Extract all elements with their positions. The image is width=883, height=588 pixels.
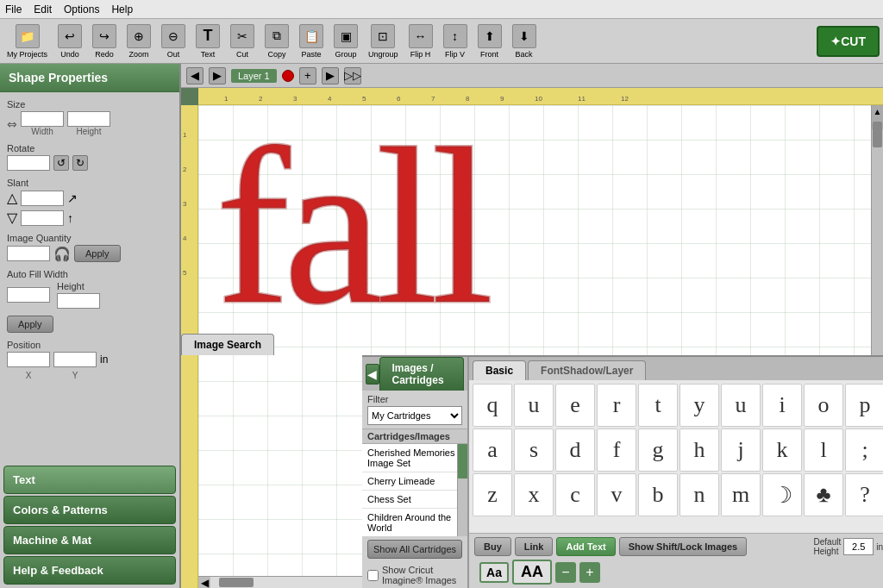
menu-edit[interactable]: Edit xyxy=(34,3,52,16)
char-semicolon[interactable]: ; xyxy=(845,428,883,472)
ungroup-btn[interactable]: ⊡ Ungroup xyxy=(365,22,402,60)
char-question[interactable]: ? xyxy=(845,473,883,516)
minus-btn[interactable]: − xyxy=(555,562,576,583)
default-height-input[interactable] xyxy=(843,538,874,555)
my-projects-btn[interactable]: 📁 My Projects xyxy=(3,22,51,60)
flip-v-btn[interactable]: ↕ Flip V xyxy=(440,22,471,60)
char-i[interactable]: i xyxy=(762,384,802,427)
rotate-cw-btn[interactable]: ↻ xyxy=(72,155,88,171)
zoom-out-btn[interactable]: ⊖ Out xyxy=(158,22,189,60)
char-u2[interactable]: u xyxy=(721,384,761,427)
char-f[interactable]: f xyxy=(597,428,636,472)
char-special-2[interactable]: ♣ xyxy=(804,473,843,516)
char-n[interactable]: n xyxy=(679,473,719,516)
cartridges-scrollbar[interactable] xyxy=(457,444,467,536)
show-cricut-checkbox[interactable] xyxy=(367,570,379,581)
nav-text-btn[interactable]: Text xyxy=(3,466,176,494)
zoom-btn[interactable]: ⊕ Zoom xyxy=(123,22,154,60)
menu-options[interactable]: Options xyxy=(64,3,99,16)
char-v[interactable]: v xyxy=(597,473,636,516)
nav-help-btn[interactable]: Help & Feedback xyxy=(3,556,176,585)
scroll-thumb-v[interactable] xyxy=(873,122,882,147)
scroll-left-arrow[interactable]: ◀ xyxy=(198,577,210,588)
scroll-thumb-h[interactable] xyxy=(219,578,254,587)
char-m[interactable]: m xyxy=(721,473,761,516)
char-y[interactable]: y xyxy=(679,384,719,427)
undo-btn[interactable]: ↩ Undo xyxy=(54,22,85,60)
rotate-ccw-btn[interactable]: ↺ xyxy=(53,155,69,171)
menu-file[interactable]: File xyxy=(5,3,22,16)
menu-help[interactable]: Help xyxy=(111,3,133,16)
list-item[interactable]: Chess Set xyxy=(362,491,467,509)
images-cartridges-tab[interactable]: Images / Cartridges xyxy=(379,357,465,391)
char-j[interactable]: j xyxy=(721,428,761,472)
image-search-tab[interactable]: Image Search xyxy=(181,334,274,355)
char-q[interactable]: q xyxy=(473,384,512,427)
layer-add-btn[interactable]: + xyxy=(299,67,316,84)
slant-input-1[interactable]: 0 xyxy=(21,191,64,206)
char-b[interactable]: b xyxy=(638,473,678,516)
cut-tool-btn[interactable]: ✂ Cut xyxy=(227,22,258,60)
basic-tab[interactable]: Basic xyxy=(473,360,526,380)
width-input[interactable] xyxy=(21,111,64,127)
group-btn[interactable]: ▣ Group xyxy=(330,22,361,60)
apply-btn-1[interactable]: Apply xyxy=(74,245,121,262)
scroll-up-arrow[interactable]: ▲ xyxy=(872,105,883,117)
buy-btn[interactable]: Buy xyxy=(474,537,511,556)
char-t[interactable]: t xyxy=(638,384,678,427)
paste-btn[interactable]: 📋 Paste xyxy=(296,22,327,60)
font-shadow-tab[interactable]: FontShadow/Layer xyxy=(528,360,646,380)
panel-nav-btn[interactable]: ◀ xyxy=(366,364,379,385)
layer-play-btn[interactable]: ▶ xyxy=(322,67,339,84)
list-item[interactable]: Cherry Limeade xyxy=(362,472,467,491)
char-z[interactable]: z xyxy=(473,473,512,516)
char-h[interactable]: h xyxy=(679,428,719,472)
copy-btn[interactable]: ⧉ Copy xyxy=(261,22,292,60)
slant-input-2[interactable]: 0 xyxy=(21,210,64,226)
layer-nav-right[interactable]: ▶ xyxy=(209,67,226,84)
char-special-1[interactable]: ☽ xyxy=(762,473,802,516)
char-d[interactable]: d xyxy=(555,428,595,472)
char-s[interactable]: s xyxy=(514,428,554,472)
layer-forward-btn[interactable]: ▷▷ xyxy=(344,67,361,84)
char-p[interactable]: p xyxy=(845,384,883,427)
char-l[interactable]: l xyxy=(804,428,843,472)
auto-fill-input[interactable]: 8.5 xyxy=(7,287,50,303)
char-c[interactable]: c xyxy=(555,473,595,516)
cartridges-scroll-thumb[interactable] xyxy=(458,444,467,479)
redo-btn[interactable]: ↪ Redo xyxy=(89,22,120,60)
char-a[interactable]: a xyxy=(473,428,512,472)
char-o[interactable]: o xyxy=(804,384,843,427)
cut-button[interactable]: ✦CUT xyxy=(817,26,880,57)
height-input[interactable] xyxy=(67,111,110,127)
apply-btn-2[interactable]: Apply xyxy=(7,316,53,333)
char-e[interactable]: e xyxy=(555,384,595,427)
add-text-btn[interactable]: Add Text xyxy=(556,537,615,556)
show-shift-btn[interactable]: Show Shift/Lock Images xyxy=(619,537,748,556)
image-quantity-input[interactable]: 1 xyxy=(7,246,50,261)
flip-h-btn[interactable]: ↔ Flip H xyxy=(405,22,436,60)
show-all-cartridges-btn[interactable]: Show All Cartridges xyxy=(367,540,462,559)
back-btn[interactable]: ⬇ Back xyxy=(509,22,540,60)
filter-select[interactable]: My Cartridges xyxy=(367,406,462,425)
char-x[interactable]: x xyxy=(514,473,554,516)
char-g[interactable]: g xyxy=(638,428,678,472)
layer-nav-left[interactable]: ◀ xyxy=(186,67,204,84)
auto-height-input[interactable]: 12 xyxy=(57,293,100,309)
list-item[interactable]: Cherished Memories Image Set xyxy=(362,444,467,472)
char-r[interactable]: r xyxy=(597,384,636,427)
front-btn[interactable]: ⬆ Front xyxy=(474,22,505,60)
text-tool-btn[interactable]: T Text xyxy=(192,22,223,60)
char-u[interactable]: u xyxy=(514,384,554,427)
plus-btn[interactable]: + xyxy=(579,562,600,583)
link-btn[interactable]: Link xyxy=(515,537,554,556)
nav-machine-btn[interactable]: Machine & Mat xyxy=(3,526,176,554)
char-k[interactable]: k xyxy=(762,428,802,472)
position-y-input[interactable] xyxy=(53,352,97,367)
rotate-input[interactable]: 0 xyxy=(7,155,50,171)
list-item[interactable]: Children Around the World xyxy=(362,509,467,536)
aa-large-btn[interactable]: AA xyxy=(512,560,552,585)
aa-small-btn[interactable]: Aa xyxy=(479,562,509,583)
nav-colors-btn[interactable]: Colors & Patterns xyxy=(3,496,176,524)
position-x-input[interactable] xyxy=(7,352,50,367)
